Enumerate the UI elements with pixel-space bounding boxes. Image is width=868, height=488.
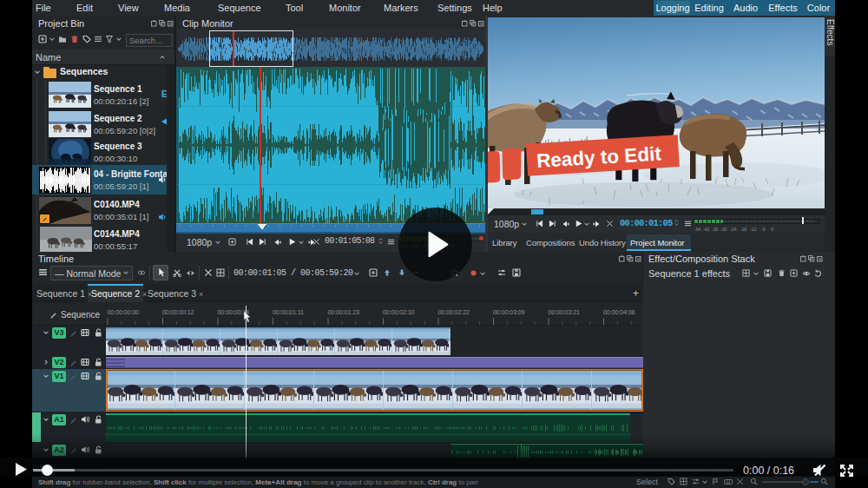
- svg-text:00:00:03:21: 00:00:03:21: [549, 308, 580, 316]
- svg-text:00:00:01:23: 00:00:01:23: [328, 308, 359, 316]
- svg-text:00:00:01:11: 00:00:01:11: [273, 308, 304, 316]
- svg-text:00:00:00:12: 00:00:00:12: [162, 308, 194, 316]
- svg-text:00:00:04:08: 00:00:04:08: [603, 308, 635, 316]
- svg-text:00:00:03:09: 00:00:03:09: [493, 308, 524, 316]
- svg-text:00:00:00:00: 00:00:00:00: [108, 308, 139, 316]
- svg-text:00:00:02:22: 00:00:02:22: [438, 308, 470, 316]
- svg-text:00:00:02:10: 00:00:02:10: [383, 308, 414, 316]
